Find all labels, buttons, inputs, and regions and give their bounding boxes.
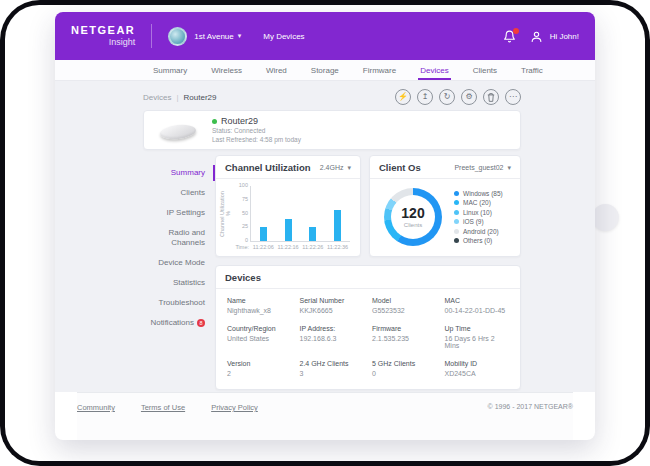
chevron-down-icon: ▾: [238, 32, 242, 40]
my-devices-link[interactable]: My Devices: [263, 32, 304, 41]
site-selector-dropdown[interactable]: 1st Avenue ▾: [194, 32, 241, 41]
footer-link-community[interactable]: Community: [77, 403, 115, 412]
refresh-icon[interactable]: ↻: [439, 89, 455, 105]
tab-devices[interactable]: Devices: [408, 60, 460, 80]
field-value: 2.1.535.235: [372, 335, 437, 342]
tab-storage[interactable]: Storage: [299, 60, 351, 80]
sidebar-item-clients[interactable]: Clients: [143, 183, 215, 203]
more-icon[interactable]: ⋯: [505, 89, 521, 105]
copyright: © 1996 - 2017 NETGEAR®: [488, 403, 573, 410]
utilization-bar: [334, 210, 341, 241]
field-label: Serial Number: [300, 297, 365, 304]
sidebar-item-notifications[interactable]: Notifications8: [143, 313, 215, 333]
sidebar-item-label: Clients: [181, 188, 205, 197]
device-fields-grid: NameNighthawk_x8Serial NumberKKJK6665Mod…: [216, 289, 520, 389]
field-value: 192.168.6.3: [300, 335, 365, 342]
legend-item-others: Others (0): [454, 237, 512, 244]
main-content: Devices | Router29 ⚡↥↻⚙⋯ Router29 Status…: [55, 81, 595, 392]
notifications-bell-button[interactable]: [503, 30, 516, 43]
sidebar-item-radio-and-channels[interactable]: Radio and Channels: [143, 223, 215, 253]
breadcrumb-parent[interactable]: Devices: [143, 93, 171, 102]
tab-summary[interactable]: Summary: [141, 60, 199, 80]
tab-wireless[interactable]: Wireless: [199, 60, 254, 80]
network-selector-dropdown[interactable]: Preets_guest02 ▾: [454, 164, 511, 172]
site-avatar[interactable]: [168, 27, 187, 46]
sidebar-item-device-mode[interactable]: Device Mode: [143, 253, 215, 273]
x-axis-label: Time:: [235, 244, 251, 250]
x-tick-label: 11:22:16: [278, 244, 299, 250]
header-divider: [151, 24, 152, 48]
legend-label: Android (20): [463, 228, 499, 235]
sidebar-item-statistics[interactable]: Statistics: [143, 273, 215, 293]
breadcrumb-current: Router29: [184, 93, 217, 102]
charts-row: Channel Utilization 2.4GHz ▾ Channel Uti…: [215, 155, 521, 257]
bar-slot: 11:22:06: [251, 186, 276, 241]
tab-firmware[interactable]: Firmware: [351, 60, 408, 80]
cards-column: Channel Utilization 2.4GHz ▾ Channel Uti…: [215, 155, 521, 390]
device-field-serial-number: Serial NumberKKJK6665: [300, 297, 365, 314]
device-name: Router29: [221, 115, 258, 127]
field-label: Name: [227, 297, 292, 304]
footer-links: CommunityTerms of UsePrivacy Policy: [77, 403, 284, 412]
device-action-toolbar: ⚡↥↻⚙⋯: [395, 89, 521, 105]
channel-utilization-card: Channel Utilization 2.4GHz ▾ Channel Uti…: [215, 155, 361, 257]
brand-product: Insight: [109, 38, 136, 47]
field-label: Up Time: [445, 325, 510, 332]
notifications-count-badge: 8: [197, 319, 205, 327]
x-tick-label: 11:22:26: [302, 244, 323, 250]
y-tick-label: 50: [242, 211, 251, 217]
app-window: NETGEAR Insight 1st Avenue ▾ My Devices …: [55, 12, 595, 440]
sidebar-item-troubleshoot[interactable]: Troubleshoot: [143, 293, 215, 313]
devices-card-title: Devices: [225, 272, 261, 283]
legend-item-ios: iOS (9): [454, 218, 512, 225]
field-label: IP Address:: [300, 325, 365, 332]
field-label: Country/Region: [227, 325, 292, 332]
tab-traffic[interactable]: Traffic: [509, 60, 555, 80]
field-value: 0: [372, 370, 437, 377]
sidebar-item-ip-settings[interactable]: IP Settings: [143, 203, 215, 223]
y-tick-label: 100: [239, 183, 251, 189]
device-field-mac: MAC00-14-22-01-DD-45: [445, 297, 510, 314]
site-selector-label: 1st Avenue: [194, 32, 233, 41]
sidebar-item-summary[interactable]: Summary: [143, 163, 215, 183]
field-value: 16 Days 6 Hrs 2 Mins: [445, 335, 510, 349]
field-value: 00-14-22-01-DD-45: [445, 307, 510, 314]
tab-wired[interactable]: Wired: [254, 60, 299, 80]
user-icon[interactable]: [530, 30, 543, 43]
field-label: Model: [372, 297, 437, 304]
footer-link-privacy-policy[interactable]: Privacy Policy: [211, 403, 258, 412]
field-label: Mobility ID: [445, 360, 510, 367]
legend-label: Others (0): [463, 237, 492, 244]
device-field-version: Version2: [227, 360, 292, 377]
legend-label: MAC (20): [463, 199, 491, 206]
bar-slot: 11:22:26: [301, 186, 326, 241]
bar-slot: 11:22:16: [276, 186, 301, 241]
chevron-down-icon: ▾: [347, 164, 351, 172]
device-field-mobility-id: Mobility IDXD245CA: [445, 360, 510, 377]
export-icon[interactable]: ↥: [417, 89, 433, 105]
settings-icon[interactable]: ⚙: [461, 89, 477, 105]
client-count: 120: [401, 206, 424, 220]
client-os-title: Client Os: [379, 162, 421, 173]
status-online-dot: [212, 119, 217, 124]
client-count-label: Clients: [404, 222, 422, 228]
tab-clients[interactable]: Clients: [461, 60, 509, 80]
field-value: 2: [227, 370, 292, 377]
footer-link-terms-of-use[interactable]: Terms of Use: [141, 403, 185, 412]
sidebar-item-label: Device Mode: [158, 258, 205, 267]
utilization-bar: [260, 227, 267, 241]
band-selector-dropdown[interactable]: 2.4GHz ▾: [320, 164, 351, 172]
network-selector-label: Preets_guest02: [454, 164, 503, 171]
field-value: 3: [300, 370, 365, 377]
legend-color-dot: [454, 219, 459, 224]
field-value: United States: [227, 335, 292, 342]
delete-icon[interactable]: [483, 89, 499, 105]
legend-item-windows: Windows (85): [454, 190, 512, 197]
field-value: KKJK6665: [300, 307, 365, 314]
device-field-5-ghz-clients: 5 GHz Clients0: [372, 360, 437, 377]
sidebar-item-label: IP Settings: [166, 208, 205, 217]
brand-name: NETGEAR: [71, 25, 135, 36]
app-header: NETGEAR Insight 1st Avenue ▾ My Devices …: [55, 12, 595, 60]
power-icon[interactable]: ⚡: [395, 89, 411, 105]
field-label: MAC: [445, 297, 510, 304]
